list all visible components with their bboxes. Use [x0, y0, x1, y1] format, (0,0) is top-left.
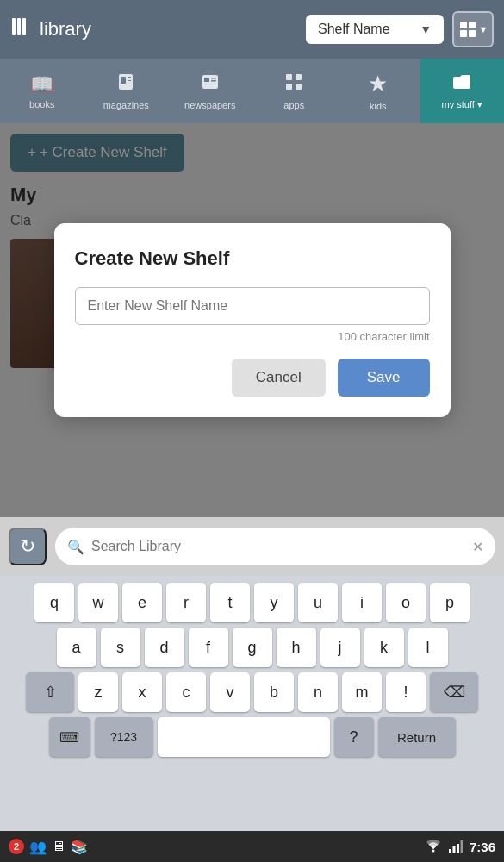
svg-rect-4 — [469, 22, 476, 28]
key-f[interactable]: f — [189, 628, 228, 667]
clear-search-icon[interactable]: ✕ — [472, 539, 483, 555]
svg-rect-2 — [22, 18, 26, 35]
svg-rect-0 — [12, 18, 16, 35]
keyboard-row-2: a s d f g h j k l — [3, 628, 501, 667]
tab-kids[interactable]: ★ kids — [336, 59, 420, 123]
grid-view-button[interactable]: ▼ — [452, 11, 494, 47]
keyboard-row-1: q w e r t y u i o p — [3, 583, 501, 622]
nav-tabs: 📖 books magazines newspapers — [0, 59, 504, 123]
svg-rect-15 — [204, 84, 216, 84]
svg-rect-9 — [128, 77, 131, 78]
status-bar: 2 👥 🖥 📚 7:36 — [0, 831, 504, 862]
shift-key[interactable]: ⇧ — [26, 672, 74, 712]
key-i[interactable]: i — [342, 583, 382, 622]
key-o[interactable]: o — [386, 583, 426, 622]
svg-rect-24 — [460, 840, 463, 853]
my-stuff-icon — [451, 72, 472, 96]
status-left: 2 👥 🖥 📚 — [9, 839, 88, 855]
tab-kids-label: kids — [370, 101, 387, 111]
char-limit-text: 100 character limit — [75, 330, 430, 343]
status-right: 7:36 — [425, 840, 495, 854]
logo-text: library — [40, 18, 91, 41]
tab-magazines[interactable]: magazines — [84, 59, 169, 123]
shelf-name-label: Shelf Name — [318, 22, 390, 37]
create-shelf-dialog: Create New Shelf 100 character limit Can… — [54, 223, 451, 417]
key-u[interactable]: u — [298, 583, 338, 622]
wifi-icon — [425, 840, 442, 853]
dialog-title: Create New Shelf — [75, 247, 430, 270]
key-y[interactable]: y — [254, 583, 294, 622]
svg-rect-1 — [17, 18, 21, 35]
tab-apps-label: apps — [283, 100, 304, 110]
svg-rect-14 — [211, 80, 216, 82]
num-key[interactable]: ?123 — [95, 717, 153, 757]
signal-icon — [449, 840, 463, 853]
chevron-down-icon: ▼ — [420, 22, 432, 36]
tab-newspapers[interactable]: newspapers — [168, 59, 252, 123]
key-g[interactable]: g — [233, 628, 272, 667]
tab-my-stuff[interactable]: my stuff ▾ — [420, 59, 505, 123]
key-z[interactable]: z — [78, 672, 118, 712]
dialog-buttons: Cancel Save — [75, 359, 430, 397]
key-h[interactable]: h — [277, 628, 316, 667]
tab-apps[interactable]: apps — [252, 59, 337, 123]
chevron-down-icon: ▼ — [479, 24, 488, 34]
keyboard-icon-key[interactable]: ⌨ — [49, 717, 90, 757]
kids-icon: ★ — [368, 71, 388, 97]
keyboard: q w e r t y u i o p a s d f g h j k l ⇧ … — [0, 576, 504, 831]
svg-rect-12 — [204, 78, 209, 82]
key-j[interactable]: j — [320, 628, 360, 667]
return-key[interactable]: Return — [378, 717, 456, 757]
key-c[interactable]: c — [166, 672, 206, 712]
svg-rect-21 — [449, 849, 451, 853]
search-bar-area: ↻ 🔍 ✕ — [0, 517, 504, 576]
key-x[interactable]: x — [122, 672, 162, 712]
svg-rect-16 — [286, 74, 292, 80]
keyboard-row-3: ⇧ z x c v b n m ! ⌫ — [3, 672, 501, 712]
svg-rect-8 — [121, 77, 126, 84]
key-q[interactable]: q — [34, 583, 74, 622]
svg-rect-6 — [469, 30, 476, 37]
search-icon: 🔍 — [67, 539, 84, 555]
svg-rect-19 — [296, 84, 302, 90]
tab-books-label: books — [29, 99, 54, 109]
key-r[interactable]: r — [166, 583, 206, 622]
people-icon: 👥 — [29, 839, 47, 855]
tab-my-stuff-label: my stuff ▾ — [442, 99, 482, 110]
apps-icon — [284, 72, 303, 97]
question-key[interactable]: ? — [334, 717, 374, 757]
refresh-button[interactable]: ↻ — [9, 528, 47, 565]
key-m[interactable]: m — [342, 672, 382, 712]
key-w[interactable]: w — [78, 583, 118, 622]
logo-icon — [10, 15, 34, 44]
key-a[interactable]: a — [57, 628, 96, 667]
search-input[interactable] — [91, 539, 465, 554]
key-p[interactable]: p — [430, 583, 470, 622]
backspace-key[interactable]: ⌫ — [430, 672, 478, 712]
svg-rect-3 — [460, 22, 467, 28]
key-l[interactable]: l — [408, 628, 448, 667]
tab-magazines-label: magazines — [103, 100, 149, 110]
content-wrapper: + + Create New Shelf My Cla theTimeMachi… — [0, 123, 504, 517]
svg-rect-18 — [286, 84, 292, 90]
svg-rect-17 — [296, 74, 302, 80]
key-v[interactable]: v — [210, 672, 250, 712]
key-e[interactable]: e — [122, 583, 162, 622]
cancel-button[interactable]: Cancel — [232, 359, 326, 397]
key-b[interactable]: b — [254, 672, 294, 712]
key-exclaim[interactable]: ! — [386, 672, 426, 712]
key-k[interactable]: k — [364, 628, 404, 667]
save-button[interactable]: Save — [338, 359, 430, 397]
logo: library — [10, 15, 91, 44]
shelf-name-dropdown[interactable]: Shelf Name ▼ — [306, 15, 444, 44]
svg-rect-5 — [460, 30, 467, 37]
shelf-name-input[interactable] — [75, 287, 430, 325]
key-d[interactable]: d — [145, 628, 184, 667]
search-input-wrap: 🔍 ✕ — [55, 528, 495, 565]
key-n[interactable]: n — [298, 672, 338, 712]
newspapers-icon — [201, 72, 220, 97]
key-t[interactable]: t — [210, 583, 250, 622]
tab-books[interactable]: 📖 books — [0, 59, 84, 123]
key-s[interactable]: s — [101, 628, 140, 667]
space-key[interactable] — [158, 717, 330, 757]
